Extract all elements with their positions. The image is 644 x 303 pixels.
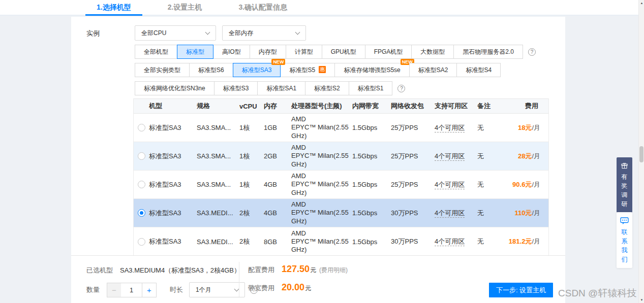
quantity-minus-button[interactable]: −	[107, 283, 121, 297]
col-vcpu: vCPU	[239, 102, 264, 111]
config-fee-value: 127.50	[282, 264, 310, 275]
table-row[interactable]: 标准型SA3 SA3.SMA... 1核 1GB AMDEPYC™ Milan(…	[134, 114, 548, 142]
instance-selection-panel: 实例 全部CPU 全部内存 全部机型 标准型 高IO型 内存型 计算型 GPU机…	[71, 17, 565, 255]
next-step-button[interactable]: 下一步: 设置主机	[489, 283, 553, 297]
quantity-stepper: − 1 +	[107, 283, 157, 297]
type-tab-s6[interactable]: 标准型S6	[189, 63, 233, 77]
family-tab-compute[interactable]: 计算型	[286, 45, 322, 59]
cpu-filter-select[interactable]: 全部CPU	[135, 25, 216, 41]
wizard-header: 1.选择机型 2.设置主机 3.确认配置信息	[0, 0, 644, 16]
step-confirm-config[interactable]: 3.确认配置信息	[227, 0, 298, 16]
fee-detail-link[interactable]: (费用明细)	[319, 266, 348, 275]
memory-filter-select[interactable]: 全部内存	[222, 25, 306, 41]
survey-widget-label: 有奖调研	[621, 172, 628, 209]
zones-link[interactable]: 4个可用区	[435, 209, 465, 218]
row-radio[interactable]	[138, 238, 145, 246]
row-radio[interactable]	[138, 124, 145, 131]
chevron-down-icon	[295, 29, 300, 35]
scroll-down-arrow-icon[interactable]: ▼	[639, 297, 644, 303]
instance-filter-label: 实例	[86, 29, 100, 38]
type-tab-s4[interactable]: 标准型S4	[456, 63, 501, 77]
family-tab-standard[interactable]: 标准型	[177, 45, 213, 59]
type-tab-row-2: 标准网络优化型SN3ne 标准型S3 标准型SA1 标准型S2 标准型S1 ?	[135, 81, 405, 95]
contact-us-widget-label: 联系我们	[621, 227, 628, 264]
type-tab-s5se[interactable]: 标准存储增强型S5se NEW	[334, 63, 409, 77]
chat-icon	[620, 217, 629, 225]
row-radio[interactable]	[138, 152, 145, 160]
col-spec: 规格	[197, 100, 239, 112]
family-tab-all[interactable]: 全部机型	[135, 45, 177, 59]
row-radio[interactable]	[138, 181, 145, 188]
duration-label: 时长	[170, 285, 183, 294]
vertical-scrollbar[interactable]: ▲ ▼	[638, 0, 644, 303]
col-memory: 内存	[264, 100, 291, 112]
quantity-plus-button[interactable]: +	[142, 283, 157, 297]
footer-divider	[239, 262, 239, 297]
zones-link[interactable]: 4个可用区	[435, 181, 465, 189]
table-row[interactable]: 标准型SA3 SA3.SMA... 1核 4GB AMDEPYC™ Milan(…	[134, 171, 548, 199]
col-bandwidth: 内网带宽	[352, 100, 391, 112]
col-processor: 处理器型号(主频)	[291, 100, 352, 112]
cpu-filter-value: 全部CPU	[141, 29, 166, 38]
help-icon[interactable]: ?	[528, 48, 536, 56]
zones-link[interactable]: 4个可用区	[435, 152, 465, 161]
new-badge: NEW	[271, 59, 285, 65]
help-icon[interactable]: ?	[397, 85, 405, 92]
col-pps: 网络收发包	[391, 100, 435, 112]
type-tab-row-1: 全部实例类型 标准型S6 标准型SA3 NEW 标准型S5 惠 标准存储增强型S…	[135, 63, 501, 77]
row-radio-checked[interactable]	[138, 209, 145, 217]
family-tab-row: 全部机型 标准型 高IO型 内存型 计算型 GPU机型 FPGA机型 大数据型 …	[135, 45, 536, 59]
duration-select[interactable]: 1个月	[189, 282, 245, 297]
chevron-down-icon	[205, 29, 210, 35]
memory-filter-value: 全部内存	[229, 29, 253, 38]
family-tab-baremetal[interactable]: 黑石物理服务器2.0	[453, 45, 523, 59]
scroll-up-arrow-icon[interactable]: ▲	[639, 0, 644, 6]
quantity-input[interactable]: 1	[121, 283, 142, 297]
zones-link[interactable]: 4个可用区	[435, 238, 465, 246]
type-tab-s2[interactable]: 标准型S2	[305, 81, 349, 95]
contact-us-widget[interactable]: 联系我们	[617, 212, 632, 268]
type-tab-s5[interactable]: 标准型S5 惠	[280, 63, 335, 77]
family-tab-memory[interactable]: 内存型	[250, 45, 286, 59]
filter-selects: 全部CPU 全部内存	[135, 25, 306, 41]
type-tab-s1[interactable]: 标准型S1	[349, 81, 393, 95]
instance-spec-table: 机型 规格 vCPU 内存 处理器型号(主频) 内网带宽 网络收发包 支持可用区…	[133, 98, 549, 256]
family-tab-fpga[interactable]: FPGA机型	[365, 45, 412, 59]
table-row-selected[interactable]: 标准型SA3 SA3.MEDI... 2核 4GB AMDEPYC™ Milan…	[134, 199, 548, 227]
table-row[interactable]: 标准型SA3 SA3.MEDI... 2核 8GB AMDEPYC™ Milan…	[134, 227, 548, 256]
scrollbar-thumb[interactable]	[639, 146, 643, 162]
quantity-label: 数量	[86, 285, 100, 294]
family-tab-gpu[interactable]: GPU机型	[322, 45, 365, 59]
survey-widget[interactable]: 有奖调研	[617, 157, 632, 213]
selection-summary-bar: 已选机型 SA3.MEDIUM4（标准型SA3，2核4GB） 数量 − 1 + …	[71, 255, 565, 303]
step-select-model[interactable]: 1.选择机型	[85, 0, 142, 16]
col-model: 机型	[149, 100, 197, 112]
zones-link[interactable]: 4个可用区	[435, 124, 465, 132]
col-zones: 支持可用区	[435, 100, 477, 112]
col-note: 备注	[477, 100, 506, 112]
selected-model-label: 已选机型	[86, 266, 113, 275]
step-setup-host[interactable]: 2.设置主机	[157, 0, 213, 16]
chevron-down-icon	[234, 286, 239, 291]
type-tab-sa1[interactable]: 标准型SA1	[257, 81, 305, 95]
family-tab-bigdata[interactable]: 大数据型	[411, 45, 454, 59]
type-tab-sa2[interactable]: 标准型SA2	[409, 63, 457, 77]
type-tab-all[interactable]: 全部实例类型	[135, 63, 190, 77]
gift-icon	[621, 162, 628, 170]
table-row[interactable]: 标准型SA3 SA3.SMA... 1核 2GB AMDEPYC™ Milan(…	[134, 142, 548, 171]
selected-model-value: SA3.MEDIUM4（标准型SA3，2核4GB）	[120, 266, 240, 275]
config-fee-label: 配置费用	[248, 265, 274, 275]
table-header: 机型 规格 vCPU 内存 处理器型号(主频) 内网带宽 网络收发包 支持可用区…	[134, 98, 548, 114]
watermark: CSDN @轩辕科技	[558, 287, 636, 300]
type-tab-sn3ne[interactable]: 标准网络优化型SN3ne	[135, 81, 214, 95]
type-tab-s3[interactable]: 标准型S3	[214, 81, 258, 95]
type-tab-sa3[interactable]: 标准型SA3 NEW	[233, 63, 281, 77]
wizard-stepper: 1.选择机型 2.设置主机 3.确认配置信息	[85, 0, 313, 16]
bandwidth-fee-label: 带宽费用	[248, 284, 274, 293]
bandwidth-fee-value: 20.00	[282, 282, 304, 293]
discount-badge: 惠	[319, 66, 326, 73]
family-tab-high-io[interactable]: 高IO型	[213, 45, 250, 59]
col-price: 费用	[506, 100, 549, 112]
